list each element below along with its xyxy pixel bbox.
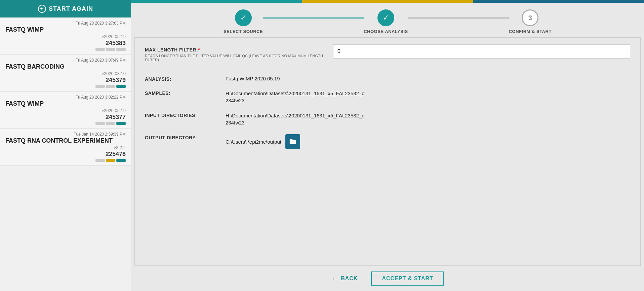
scroll-content[interactable]: MAX LENGTH FILTER:* READS LONGER THAN TH… [134,37,641,266]
item-title: FASTQ RNA CONTROL EXPERIMENT [5,137,126,144]
output-directory-label: OUTPUT DIRECTORY: [145,134,226,140]
bar-segment [116,122,126,125]
item-date: Tue Jan 14 2020 2:59:39 PM [5,132,126,137]
bar-segment [95,48,105,51]
item-version: v2020.05.19 [5,34,126,39]
sidebar-items-list: Fri Aug 28 2020 3:27:03 PM FASTQ WIMP v2… [0,17,131,291]
summary-section: ANALYSIS: Fastq WIMP 2020.05.19 SAMPLES:… [135,69,640,164]
item-bars [5,48,126,51]
sidebar-item[interactable]: Fri Aug 28 2020 3:07:49 PM FASTQ BARCODI… [0,54,131,92]
item-title: FASTQ WIMP [5,100,126,107]
bar-segment [106,159,115,162]
main-panel: ✓ SELECT SOURCE ✓ CHOOSE ANALYSIS 3 CONF… [131,0,644,291]
bar-segment [95,159,105,162]
max-length-input[interactable] [333,44,630,59]
item-count: 245377 [5,114,126,121]
bar-segment [95,85,105,88]
max-length-description: READS LONGER THAN THE FILTER VALUE WILL … [145,54,326,62]
max-length-input-area [333,44,630,59]
item-version: v3.2.2 [5,145,126,150]
max-length-filter-section: MAX LENGTH FILTER:* READS LONGER THAN TH… [135,38,640,69]
back-label: BACK [341,276,358,282]
item-version: v2020.03.10 [5,71,126,76]
item-bars [5,159,126,162]
input-directories-label: INPUT DIRECTORIES: [145,112,226,118]
step-label-2: CHOOSE ANALYSIS [364,29,408,34]
analysis-row: ANALYSIS: Fastq WIMP 2020.05.19 [145,76,630,82]
bar-segment [116,85,126,88]
step-circle-3: 3 [522,9,538,26]
step-confirm-start: 3 CONFIRM & START [509,9,552,34]
back-arrow-icon: ← [331,275,338,283]
bottom-bar: ← BACK ACCEPT & START [131,266,644,291]
start-again-label: START AGAIN [49,5,93,12]
step-label-3: CONFIRM & START [509,29,552,34]
bar-segment [106,85,115,88]
item-bars [5,85,126,88]
item-count: 225478 [5,151,126,158]
input-directories-value: H:\Documentation\Datasets\20200131_1631_… [226,112,630,126]
accept-start-button[interactable]: ACCEPT & START [371,271,444,286]
progress-bar-segment-3 [473,0,644,3]
input-directories-row: INPUT DIRECTORIES: H:\Documentation\Data… [145,112,630,126]
content-area: MAX LENGTH FILTER:* READS LONGER THAN TH… [131,37,644,266]
sidebar-item[interactable]: Tue Jan 14 2020 2:59:39 PM FASTQ RNA CON… [0,129,131,166]
max-length-label: MAX LENGTH FILTER:* [145,44,326,52]
analysis-value: Fastq WIMP 2020.05.19 [226,76,630,81]
samples-label: SAMPLES: [145,90,226,96]
max-length-label-area: MAX LENGTH FILTER:* READS LONGER THAN TH… [145,44,326,62]
item-date: Fri Aug 28 2020 3:02:22 PM [5,95,126,100]
sidebar: + START AGAIN Fri Aug 28 2020 3:27:03 PM… [0,0,131,291]
item-title: FASTQ WIMP [5,26,126,33]
sidebar-item[interactable]: Fri Aug 28 2020 3:02:22 PM FASTQ WIMP v2… [0,92,131,129]
output-directory-value: C:\Users\ \epi2me\output [226,134,630,149]
item-date: Fri Aug 28 2020 3:27:03 PM [5,21,126,26]
step-line-1 [263,17,364,19]
output-row: C:\Users\ \epi2me\output [226,134,630,149]
output-directory-row: OUTPUT DIRECTORY: C:\Users\ \epi2me\outp… [145,134,630,149]
analysis-label: ANALYSIS: [145,76,226,82]
item-date: Fri Aug 28 2020 3:07:49 PM [5,58,126,63]
bar-segment [116,48,126,51]
bar-segment [106,48,115,51]
bar-segment [106,122,115,125]
step-circle-2: ✓ [377,9,394,26]
progress-bar-segment-2 [302,0,473,3]
start-again-button[interactable]: + START AGAIN [0,0,131,17]
progress-bar-top [131,0,644,3]
folder-browse-button[interactable] [285,134,300,149]
max-length-field-row: MAX LENGTH FILTER:* READS LONGER THAN TH… [145,44,630,62]
required-mark: * [198,47,200,52]
samples-value: H:\Documentation\Datasets\20200131_1631_… [226,90,630,104]
step-choose-analysis: ✓ CHOOSE ANALYSIS [364,9,408,34]
item-bars [5,122,126,125]
step-line-2 [408,17,509,19]
step-select-source: ✓ SELECT SOURCE [224,9,263,34]
sidebar-item[interactable]: Fri Aug 28 2020 3:27:03 PM FASTQ WIMP v2… [0,17,131,54]
samples-row: SAMPLES: H:\Documentation\Datasets\20200… [145,90,630,104]
back-button[interactable]: ← BACK [331,275,358,283]
steps-header: ✓ SELECT SOURCE ✓ CHOOSE ANALYSIS 3 CONF… [131,3,644,37]
item-title: FASTQ BARCODING [5,63,126,70]
step-label-1: SELECT SOURCE [224,29,263,34]
bar-segment [116,159,126,162]
progress-bar-segment-1 [131,0,302,3]
folder-icon [289,138,296,145]
plus-circle-icon: + [38,5,46,13]
item-version: v2020.05.19 [5,108,126,113]
accept-start-label: ACCEPT & START [382,276,433,281]
item-count: 245383 [5,40,126,47]
step-circle-1: ✓ [235,9,252,26]
bar-segment [95,122,105,125]
item-count: 245379 [5,77,126,84]
